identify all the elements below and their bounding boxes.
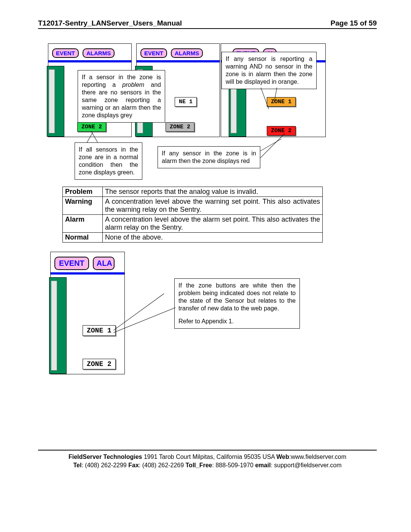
event-tab[interactable]: EVENT bbox=[140, 48, 167, 58]
footer-web-key: Web bbox=[276, 454, 289, 460]
footer-fax-val: : (408) 262-2269 bbox=[139, 462, 186, 468]
alarms-tab[interactable]: ALARMS bbox=[83, 48, 115, 58]
panel-4: EVENT ALA ZONE 1 ZONE 2 bbox=[50, 252, 125, 374]
table-row: Alarm A concentration level above the al… bbox=[63, 215, 323, 233]
page-footer: FieldServer Technologies 1991 Tarob Cour… bbox=[38, 450, 377, 469]
footer-email-key: email bbox=[255, 462, 271, 468]
callout-green: If all sensors in the zone are in a norm… bbox=[75, 142, 142, 180]
footer-web-val: :www.fieldserver.com bbox=[289, 454, 346, 460]
event-tab[interactable]: EVENT bbox=[52, 48, 79, 58]
footer-tollfree-key: Toll_Free bbox=[186, 462, 212, 468]
event-tab[interactable]: EVENT bbox=[54, 257, 89, 270]
footer-tel-val: : (408) 262-2299 bbox=[81, 462, 128, 468]
table-row: Problem The sensor reports that the anal… bbox=[63, 187, 323, 197]
def-key: Alarm bbox=[63, 215, 103, 233]
table-row: Warning A concentration level above the … bbox=[63, 197, 323, 215]
footer-fax-key: Fax bbox=[128, 462, 139, 468]
rack-graphic bbox=[49, 277, 67, 374]
zone1-white-button[interactable]: ZONE 1 bbox=[83, 325, 116, 336]
zone1-orange-button[interactable]: ZONE 1 bbox=[267, 97, 296, 107]
def-val: None of the above. bbox=[103, 233, 323, 243]
page-number: Page 15 of 59 bbox=[331, 19, 377, 27]
def-key: Warning bbox=[63, 197, 103, 215]
def-val: A concentration level above the warning … bbox=[103, 197, 323, 215]
def-key: Problem bbox=[63, 187, 103, 197]
footer-tel-key: Tel bbox=[73, 462, 82, 468]
zone2-white-button[interactable]: ZONE 2 bbox=[83, 359, 116, 369]
rack-graphic bbox=[47, 66, 64, 137]
def-key: Normal bbox=[63, 233, 103, 243]
callout-grey: If a sensor in the zone is reporting a p… bbox=[78, 70, 165, 123]
callout-orange: If any sensor is reporting a warning AND… bbox=[221, 52, 317, 89]
zone2-red-button[interactable]: ZONE 2 bbox=[267, 126, 296, 136]
zone2-green-button[interactable]: ZONE 2 bbox=[77, 122, 106, 132]
figure-zone-white: EVENT ALA ZONE 1 ZONE 2 If the zone butt… bbox=[50, 252, 377, 377]
def-val: A concentration level above the alarm se… bbox=[103, 215, 323, 233]
doc-title: T12017-Sentry_LANServer_Users_Manual bbox=[38, 19, 182, 27]
figure-zone-colors: EVENT ALARMS ZONE 2 EVENT ALARMS NE 1 ZO… bbox=[48, 43, 377, 177]
definitions-table: Problem The sensor reports that the anal… bbox=[62, 187, 323, 243]
zone1-partial-button[interactable]: NE 1 bbox=[175, 97, 197, 107]
alarms-tab[interactable]: ALARMS bbox=[171, 48, 203, 58]
zone2-grey-button[interactable]: ZONE 2 bbox=[166, 122, 194, 132]
footer-address: 1991 Tarob Court Milpitas, California 95… bbox=[142, 454, 277, 460]
page-header: T12017-Sentry_LANServer_Users_Manual Pag… bbox=[38, 19, 377, 29]
callout-red: If any sensor in the zone is in alarm th… bbox=[158, 146, 260, 168]
alarms-tab-short[interactable]: ALA bbox=[93, 257, 115, 270]
def-val: The sensor reports that the analog value… bbox=[103, 187, 323, 197]
callout-white: If the zone buttons are white then the p… bbox=[174, 278, 300, 329]
table-row: Normal None of the above. bbox=[63, 233, 323, 243]
footer-tollfree-val: : 888-509-1970 bbox=[212, 462, 255, 468]
footer-email-val: : support@fieldserver.com bbox=[271, 462, 341, 468]
footer-company: FieldServer Technologies bbox=[68, 454, 142, 460]
